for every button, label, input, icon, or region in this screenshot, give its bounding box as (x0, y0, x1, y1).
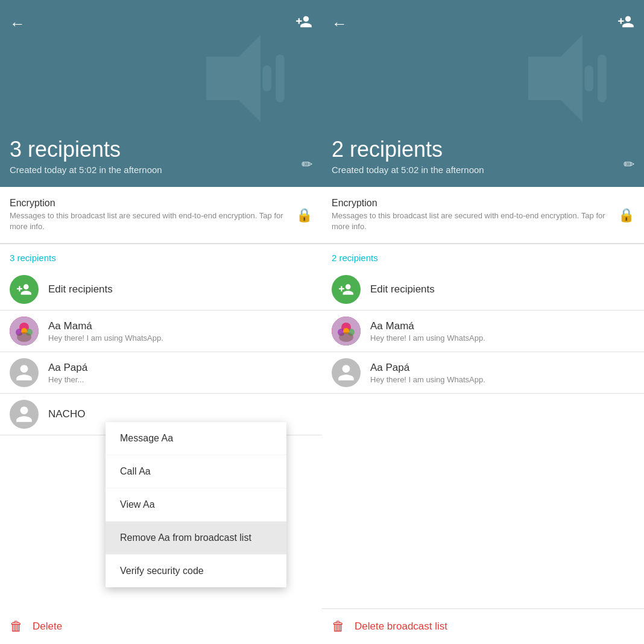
broadcast-bg-icon-right (517, 24, 626, 135)
svg-rect-10 (585, 65, 593, 91)
left-encryption-desc: Messages to this broadcast list are secu… (10, 210, 289, 232)
context-menu: Message Aa Call Aa View Aa Remove Aa fro… (106, 422, 286, 587)
right-papa-avatar (332, 358, 361, 387)
right-edit-recipients-label: Edit recipients (370, 283, 435, 295)
svg-marker-9 (528, 35, 582, 122)
right-contact-papa[interactable]: Aa Papá Hey there! I am using WhatsApp. (322, 352, 644, 393)
left-section-label: 3 recipients (0, 244, 322, 269)
right-header: ← 2 recipients Created today at 5:02 in … (322, 0, 644, 187)
left-papa-status: Hey ther... (48, 375, 312, 384)
svg-rect-2 (276, 54, 284, 102)
svg-marker-0 (206, 35, 260, 122)
left-nacho-avatar (10, 400, 39, 429)
right-panel: ← 2 recipients Created today at 5:02 in … (322, 0, 644, 644)
left-mama-avatar (10, 317, 39, 346)
context-menu-message[interactable]: Message Aa (106, 422, 286, 455)
right-recipients-title: 2 recipients (332, 136, 608, 162)
left-header: ← 3 recipients Created today at 5:02 in … (0, 0, 322, 187)
left-edit-recipients-row[interactable]: Edit recipients (0, 269, 322, 310)
right-edit-icon[interactable]: ✏ (623, 157, 634, 172)
right-created-subtitle: Created today at 5:02 in the afternoon (332, 165, 608, 175)
left-nacho-name: NACHO (48, 408, 96, 420)
right-papa-info: Aa Papá Hey there! I am using WhatsApp. (370, 362, 634, 384)
left-papa-name: Aa Papá (48, 362, 96, 374)
left-header-info: 3 recipients Created today at 5:02 in th… (10, 136, 286, 175)
svg-point-17 (339, 332, 353, 342)
right-add-recipient-icon (332, 275, 361, 304)
right-mama-avatar (332, 317, 361, 346)
left-lock-icon: 🔒 (296, 207, 312, 223)
left-created-subtitle: Created today at 5:02 in the afternoon (10, 165, 286, 175)
right-back-button[interactable]: ← (332, 14, 347, 33)
right-header-info: 2 recipients Created today at 5:02 in th… (332, 136, 608, 175)
right-papa-name: Aa Papá (370, 362, 634, 374)
right-encryption-desc: Messages to this broadcast list are secu… (332, 210, 611, 232)
left-mama-name: Aa Mamá (48, 320, 312, 332)
left-delete-row[interactable]: 🗑 Delete (0, 610, 322, 644)
right-delete-icon: 🗑 (332, 619, 345, 634)
left-contact-mama[interactable]: Aa Mamá Hey there! I am using WhatsApp. (0, 311, 322, 352)
right-edit-recipients-row[interactable]: Edit recipients (322, 269, 644, 310)
left-delete-label: Delete (33, 620, 62, 633)
left-panel: ← 3 recipients Created today at 5:02 in … (0, 0, 322, 644)
left-contact-papa[interactable]: Aa Papá Hey ther... (0, 352, 322, 393)
right-encryption-row[interactable]: Encryption Messages to this broadcast li… (322, 187, 644, 244)
context-menu-remove[interactable]: Remove Aa from broadcast list (106, 522, 286, 555)
right-delete-label: Delete broadcast list (355, 620, 447, 633)
left-back-button[interactable]: ← (10, 14, 25, 33)
context-menu-verify[interactable]: Verify security code (106, 555, 286, 587)
right-contact-mama[interactable]: Aa Mamá Hey there! I am using WhatsApp. (322, 311, 644, 352)
left-delete-icon: 🗑 (10, 619, 23, 634)
svg-rect-1 (263, 65, 271, 91)
left-nacho-info: NACHO (48, 408, 312, 420)
right-encryption-title: Encryption (332, 198, 611, 209)
left-recipients-title: 3 recipients (10, 136, 286, 162)
right-spacer (322, 394, 644, 608)
right-mama-info: Aa Mamá Hey there! I am using WhatsApp. (370, 320, 634, 343)
svg-rect-11 (598, 54, 606, 102)
left-encryption-row[interactable]: Encryption Messages to this broadcast li… (0, 187, 322, 244)
left-encryption-title: Encryption (10, 198, 289, 209)
svg-point-8 (17, 332, 31, 342)
context-menu-call[interactable]: Call Aa (106, 455, 286, 488)
left-papa-info: Aa Papá Hey ther... (48, 362, 312, 384)
left-mama-info: Aa Mamá Hey there! I am using WhatsApp. (48, 320, 312, 343)
left-edit-icon[interactable]: ✏ (301, 157, 312, 172)
left-papa-avatar (10, 358, 39, 387)
left-edit-recipients-label: Edit recipients (48, 283, 113, 295)
right-lock-icon: 🔒 (618, 207, 634, 223)
right-section-label: 2 recipients (322, 244, 644, 269)
broadcast-bg-icon-left (195, 24, 304, 135)
left-mama-status: Hey there! I am using WhatsApp. (48, 333, 312, 343)
right-delete-row[interactable]: 🗑 Delete broadcast list (322, 609, 644, 644)
context-menu-view[interactable]: View Aa (106, 488, 286, 522)
right-mama-name: Aa Mamá (370, 320, 634, 332)
right-papa-status: Hey there! I am using WhatsApp. (370, 375, 634, 384)
right-mama-status: Hey there! I am using WhatsApp. (370, 333, 634, 343)
left-add-recipient-icon (10, 275, 39, 304)
